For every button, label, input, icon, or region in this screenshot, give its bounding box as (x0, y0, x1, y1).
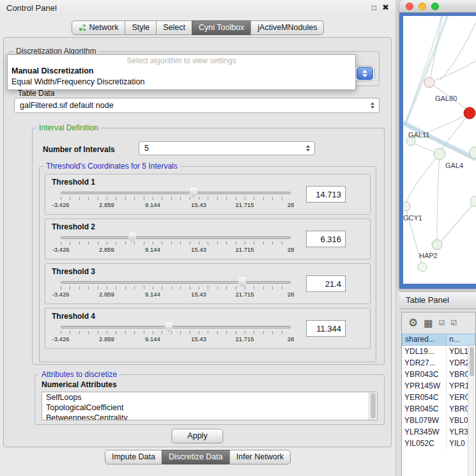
list-scrollbar[interactable] (369, 392, 377, 420)
tab-cyni-toolbox[interactable]: Cyni Toolbox (192, 20, 251, 35)
table-row[interactable]: YIL052C YIL0 (402, 438, 468, 449)
control-panel-tab-bar: Network Style Select Cyni Toolbox jActiv… (0, 20, 395, 35)
tab-style[interactable]: Style (125, 20, 157, 35)
slider-track[interactable] (61, 326, 291, 328)
gear-icon[interactable]: ⚙ (408, 318, 418, 328)
threshold-panel: Threshold 1 -3.426 2.859 9.144 15.43 (45, 174, 371, 215)
number-of-intervals-select[interactable]: 5 (139, 141, 315, 155)
scale-label: 2.859 (99, 291, 114, 298)
threshold-label: Threshold 2 (52, 222, 95, 231)
minimize-traffic-light-icon[interactable] (418, 3, 426, 10)
cell-name[interactable]: YER0 (447, 393, 468, 402)
tab-network[interactable]: Network (72, 20, 126, 35)
slider-track[interactable] (61, 236, 291, 239)
cell-name[interactable]: YBR0 (447, 404, 468, 413)
cell-shared-name[interactable]: YDL19... (402, 346, 447, 357)
columns-icon[interactable]: ▦ (424, 318, 433, 328)
number-of-intervals-value: 5 (139, 144, 149, 153)
cell-name[interactable]: YBL0 (447, 416, 468, 425)
scrollbar-thumb[interactable] (371, 393, 376, 418)
slider-track[interactable] (61, 281, 291, 284)
close-icon[interactable]: ✖ (382, 4, 389, 12)
cell-shared-name[interactable]: YBR045C (402, 403, 447, 415)
combo-stepper-icon[interactable] (357, 67, 373, 80)
zoom-traffic-light-icon[interactable] (431, 3, 439, 10)
network-node[interactable] (470, 196, 476, 206)
arrow-down-icon (362, 74, 367, 77)
threshold-panel: Threshold 4 -3.426 2.859 9.144 15.43 (45, 308, 371, 349)
tab-discretize-data[interactable]: Discretize Data (162, 450, 230, 464)
tab-label: Cyni Toolbox (199, 23, 244, 32)
threshold-value-field[interactable]: 21.4 (306, 275, 346, 292)
network-node[interactable] (403, 202, 410, 211)
cell-shared-name[interactable]: YPR145W (402, 380, 447, 392)
network-tab-icon (79, 24, 86, 31)
control-panel-titlebar: Control Panel □ ✖ (0, 0, 395, 15)
cell-shared-name[interactable]: YBL079W (402, 415, 447, 426)
popup-option-manual-discretization[interactable]: Manual Discretization (8, 66, 355, 77)
threshold-slider[interactable]: -3.426 2.859 9.144 15.43 21.715 28 (61, 321, 291, 346)
float-window-icon[interactable]: □ (372, 4, 376, 12)
slider-ticks (61, 242, 291, 245)
select-all-checkbox-icon[interactable]: ☑ (438, 319, 445, 326)
cell-shared-name[interactable]: YLR345W (402, 426, 447, 438)
table-row[interactable]: YDL19... YDL1 (402, 346, 468, 357)
table-row[interactable]: YER054C YER0 (402, 392, 468, 403)
threshold-slider[interactable]: -3.426 2.859 9.144 15.43 21.715 28 (61, 187, 291, 211)
table-row[interactable]: YBR045C YBR0 (402, 403, 468, 415)
interval-definition-group: Interval Definition Number of Intervals … (32, 123, 385, 365)
cell-shared-name[interactable]: YBR043C (402, 369, 447, 380)
table-data-select[interactable]: galFiltered.sif default node (14, 98, 380, 113)
network-node[interactable] (424, 77, 434, 88)
scale-label: 21.715 (235, 201, 254, 208)
table-row[interactable]: YBL079W YBL0 (402, 415, 468, 426)
slider-ticks (61, 197, 291, 200)
threshold-value-field[interactable]: 6.316 (306, 231, 346, 247)
table-row[interactable]: YLR345W YLR3 (402, 426, 468, 438)
tab-select[interactable]: Select (156, 20, 192, 35)
select-none-checkbox-icon[interactable]: ☑ (450, 319, 457, 326)
column-header-shared-name[interactable]: shared... (402, 334, 447, 346)
cell-name[interactable]: YLR3 (447, 427, 468, 436)
threshold-slider[interactable]: -3.426 2.859 9.144 15.43 21.715 28 (61, 277, 291, 301)
threshold-value-field[interactable]: 11.344 (306, 320, 346, 337)
tab-impute-data[interactable]: Impute Data (105, 450, 162, 464)
list-item[interactable]: SelfLoops (42, 392, 377, 403)
numerical-attributes-list: SelfLoopsTopologicalCoefficientBetweenne… (42, 392, 378, 420)
popup-option-equal-width-frequency[interactable]: Equal Width/Frequency Discretization (8, 77, 355, 88)
threshold-value-field[interactable]: 14.713 (306, 186, 346, 203)
tab-infer-network[interactable]: Infer Network (229, 450, 291, 464)
cell-name[interactable]: YDR2 (447, 358, 468, 367)
slider-track[interactable] (61, 192, 291, 194)
scale-label: 28 (288, 246, 295, 253)
tab-jactivemnodules[interactable]: jActiveMNodules (250, 20, 324, 35)
cell-name[interactable]: YIL0 (447, 439, 468, 448)
arrow-up-icon (306, 145, 310, 148)
scale-label: 21.715 (235, 291, 254, 298)
network-node-selected[interactable] (464, 107, 475, 119)
cell-shared-name[interactable]: YDR27... (402, 357, 447, 369)
cell-shared-name[interactable]: YIL052C (402, 438, 447, 449)
network-node[interactable] (418, 263, 427, 272)
table-row[interactable]: YBR043C YBR0 (402, 369, 468, 380)
table-row[interactable]: YDR27... YDR2 (402, 357, 468, 369)
column-header-name[interactable]: n... (446, 334, 475, 346)
network-canvas[interactable]: GAL80 GAL11 GAL4 GCY1 HAP2 (403, 16, 476, 284)
table-scrollbar[interactable] (468, 346, 475, 476)
apply-button[interactable]: Apply (171, 429, 223, 443)
threshold-slider[interactable]: -3.426 2.859 9.144 15.43 21.715 28 (61, 232, 291, 256)
list-item[interactable]: BetweennessCentrality (42, 413, 377, 420)
close-traffic-light-icon[interactable] (406, 3, 413, 10)
node-label: GAL4 (445, 162, 463, 169)
table-panel-window: ⚙ ▦ ☑ ☑ shared... n... YDL19... YDL1 YDR… (401, 312, 476, 476)
network-node[interactable] (434, 148, 445, 160)
list-item[interactable]: TopologicalCoefficient (42, 403, 377, 413)
network-node[interactable] (432, 240, 442, 250)
table-row[interactable]: YPR145W YPR1 (402, 380, 468, 392)
scale-label: 9.144 (145, 335, 160, 342)
scrollbar-thumb[interactable] (470, 347, 474, 376)
cell-name[interactable]: YDL1 (447, 347, 468, 356)
cell-name[interactable]: YPR1 (447, 381, 468, 390)
cell-shared-name[interactable]: YER054C (402, 392, 447, 403)
cell-name[interactable]: YBR0 (447, 370, 468, 379)
